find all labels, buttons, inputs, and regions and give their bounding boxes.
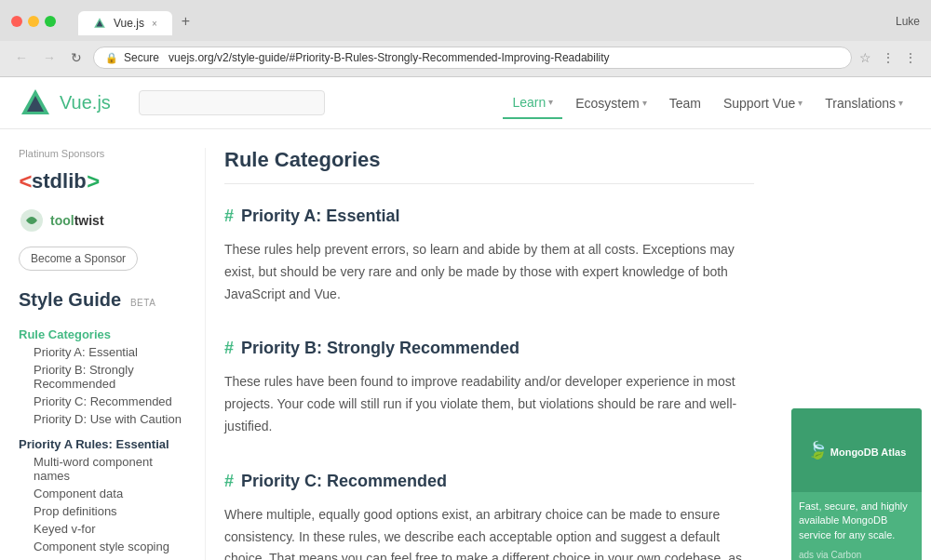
- browser-actions: ⋮ ⋮: [879, 49, 920, 66]
- ad-block[interactable]: 🍃 MongoDB Atlas Fast, secure, and highly…: [791, 408, 922, 560]
- site-logo[interactable]: Vue.js: [19, 87, 111, 120]
- active-tab[interactable]: Vue.js ×: [78, 11, 172, 35]
- mongodb-text: MongoDB Atlas: [830, 447, 906, 458]
- tab-favicon: [93, 17, 106, 30]
- nav-translations-arrow: ▾: [898, 98, 903, 108]
- secure-text: Secure: [124, 51, 159, 64]
- nav-learn-arrow: ▾: [548, 97, 553, 107]
- section-priority-a: # Priority A: Essential These rules help…: [224, 207, 754, 305]
- sidebar-multi-word[interactable]: Multi-word component names: [19, 453, 186, 485]
- bookmark-button[interactable]: ☆: [859, 50, 871, 65]
- extensions-button[interactable]: ⋮: [879, 49, 897, 66]
- nav-ecosystem[interactable]: Ecosystem ▾: [566, 88, 655, 118]
- tooltwist-logo[interactable]: tooltwist: [19, 207, 186, 233]
- sidebar-group-a: Priority A Rules: Essential Multi-word c…: [19, 432, 186, 560]
- nav-support[interactable]: Support Vue ▾: [714, 88, 812, 118]
- content-area: Platinum Sponsors < stdlib > tooltwist B…: [0, 129, 931, 560]
- url-host: vuejs.org: [169, 51, 214, 64]
- stdlib-logo[interactable]: < stdlib >: [19, 168, 186, 194]
- vue-logo-icon: [19, 87, 52, 120]
- nav-translations[interactable]: Translations ▾: [816, 88, 912, 118]
- sponsor-label: Platinum Sponsors: [19, 148, 186, 159]
- section-a-title: Priority A: Essential: [241, 207, 399, 226]
- ad-body: Fast, secure, and highly available Mongo…: [791, 492, 922, 550]
- sidebar-prop-definitions[interactable]: Prop definitions: [19, 502, 186, 520]
- refresh-button[interactable]: ↻: [67, 48, 86, 67]
- close-button[interactable]: [11, 16, 22, 27]
- user-label: Luke: [896, 15, 920, 28]
- sidebar-sub-priority-d[interactable]: Priority D: Use with Caution: [19, 410, 186, 428]
- tab-title: Vue.js: [114, 17, 144, 30]
- mongodb-leaf-icon: 🍃: [807, 441, 828, 460]
- hash-icon-c: #: [224, 472, 234, 491]
- site-nav: Learn ▾ Ecosystem ▾ Team Support Vue ▾ T…: [503, 87, 912, 119]
- maximize-button[interactable]: [45, 16, 56, 27]
- site-header: Vue.js 🔍 Learn ▾ Ecosystem ▾ Team Suppor…: [0, 77, 931, 129]
- sidebar-title: Style Guide: [19, 289, 121, 310]
- page-wrapper: Vue.js 🔍 Learn ▾ Ecosystem ▾ Team Suppor…: [0, 77, 931, 560]
- minimize-button[interactable]: [28, 16, 39, 27]
- lock-icon: 🔒: [105, 52, 118, 64]
- tooltwist-text: tooltwist: [50, 213, 104, 228]
- sidebar-title-row: Style Guide BETA: [19, 289, 186, 311]
- address-bar: ← → ↻ 🔒 Secure vuejs.org/v2/style-guide/…: [0, 41, 931, 76]
- tooltwist-icon: [19, 207, 45, 233]
- stdlib-text: stdlib: [32, 169, 87, 193]
- menu-button[interactable]: ⋮: [901, 49, 920, 66]
- sidebar-sub-priority-c[interactable]: Priority C: Recommended: [19, 393, 186, 410]
- ad-image: 🍃 MongoDB Atlas: [791, 408, 922, 492]
- main-content: Rule Categories # Priority A: Essential …: [205, 148, 782, 560]
- section-priority-b: # Priority B: Strongly Recommended These…: [224, 339, 754, 437]
- window-buttons: [11, 16, 56, 27]
- sidebar-keyed-vfor[interactable]: Keyed v-for: [19, 520, 186, 538]
- site-name: Vue.js: [60, 92, 111, 113]
- sidebar-rule-categories: Rule Categories Priority A: Essential Pr…: [19, 326, 186, 428]
- section-b-body: These rules have been found to improve r…: [224, 371, 754, 437]
- secure-label: Secure vuejs.org/v2/style-guide/#Priorit…: [124, 51, 840, 64]
- section-a-heading: # Priority A: Essential: [224, 207, 754, 226]
- sidebar-sub-priority-b[interactable]: Priority B: Strongly Recommended: [19, 361, 186, 393]
- browser-chrome: Vue.js × + Luke ← → ↻ 🔒 Secure vuejs.org…: [0, 0, 931, 77]
- forward-button[interactable]: →: [39, 48, 60, 67]
- stdlib-lt-icon: <: [19, 168, 32, 194]
- url-path: /v2/style-guide/#Priority-B-Rules-Strong…: [214, 51, 610, 64]
- sidebar-private-property[interactable]: Private property names: [19, 555, 186, 560]
- nav-team[interactable]: Team: [660, 88, 710, 118]
- sidebar-component-style[interactable]: Component style scoping: [19, 538, 186, 555]
- search-input[interactable]: [139, 90, 325, 115]
- nav-support-arrow: ▾: [798, 98, 803, 108]
- sidebar-link-rule-categories[interactable]: Rule Categories: [19, 326, 186, 343]
- search-wrapper: 🔍: [139, 90, 325, 115]
- hash-icon-b: #: [224, 339, 234, 358]
- section-b-title: Priority B: Strongly Recommended: [241, 339, 519, 358]
- tab-close-button[interactable]: ×: [152, 19, 157, 29]
- url-display: vuejs.org/v2/style-guide/#Priority-B-Rul…: [169, 51, 610, 64]
- url-bar[interactable]: 🔒 Secure vuejs.org/v2/style-guide/#Prior…: [93, 47, 852, 69]
- nav-learn[interactable]: Learn ▾: [503, 87, 562, 119]
- become-sponsor-button[interactable]: Become a Sponsor: [19, 247, 138, 271]
- sidebar-beta: BETA: [130, 298, 155, 308]
- new-tab-button[interactable]: +: [172, 7, 199, 35]
- section-b-heading: # Priority B: Strongly Recommended: [224, 339, 754, 358]
- stdlib-gt-icon: >: [87, 168, 100, 194]
- page-title: Rule Categories: [224, 148, 754, 184]
- title-bar: Vue.js × + Luke: [0, 0, 931, 41]
- sidebar: Platinum Sponsors < stdlib > tooltwist B…: [0, 148, 205, 560]
- sidebar-group-a-title: Priority A Rules: Essential: [19, 432, 186, 453]
- nav-ecosystem-arrow: ▾: [642, 98, 647, 108]
- section-a-body: These rules help prevent errors, so lear…: [224, 239, 754, 305]
- ad-sidebar: 🍃 MongoDB Atlas Fast, secure, and highly…: [782, 148, 931, 560]
- mongodb-logo-text: 🍃 MongoDB Atlas: [807, 447, 907, 458]
- hash-icon-a: #: [224, 207, 234, 226]
- section-c-title: Priority C: Recommended: [241, 472, 447, 491]
- sidebar-sub-priority-a[interactable]: Priority A: Essential: [19, 343, 186, 361]
- section-priority-c: # Priority C: Recommended Where multiple…: [224, 472, 754, 560]
- tab-bar: Vue.js × +: [67, 7, 210, 35]
- mongodb-logo: 🍃 MongoDB Atlas: [807, 440, 907, 460]
- ad-credit: ads via Carbon: [791, 550, 922, 560]
- section-c-body: Where multiple, equally good options exi…: [224, 504, 754, 560]
- back-button[interactable]: ←: [11, 48, 32, 67]
- sidebar-component-data[interactable]: Component data: [19, 485, 186, 502]
- section-c-heading: # Priority C: Recommended: [224, 472, 754, 491]
